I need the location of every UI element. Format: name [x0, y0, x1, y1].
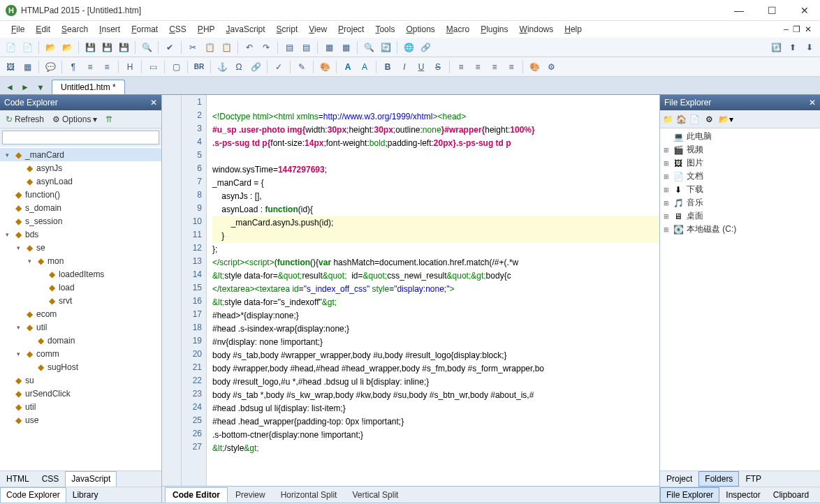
refresh-button[interactable]: ↻ Refresh — [3, 113, 47, 126]
fe-settings-button[interactable]: ⚙ — [705, 114, 713, 124]
ce-tab-code-explorer[interactable]: Code Explorer — [0, 487, 66, 503]
tree-item-util[interactable]: ▾◆util — [0, 320, 161, 334]
cut-button[interactable]: ✂ — [185, 40, 200, 55]
wrap-button[interactable]: ▦ — [338, 40, 353, 55]
file-item[interactable]: ⊞⬇下载 — [660, 183, 820, 196]
lang-tab-css[interactable]: CSS — [36, 471, 66, 487]
maximize-button[interactable]: ☐ — [762, 3, 782, 17]
lang-tab-javascript[interactable]: JavaScript — [65, 471, 117, 487]
menu-edit[interactable]: Edit — [30, 23, 56, 36]
file-item[interactable]: ⊞🖼图片 — [660, 156, 820, 170]
file-tree[interactable]: 💻此电脑⊞🎬视频⊞🖼图片⊞📄文档⊞⬇下载⊞🎵音乐⊞🖥桌面⊞💽本地磁盘 (C:) — [660, 128, 820, 470]
outdent-button[interactable]: ▤ — [298, 40, 314, 55]
format-button[interactable]: ✎ — [294, 59, 309, 75]
sync-button[interactable]: 🔃 — [768, 40, 784, 55]
tree-item-su[interactable]: ◆su — [0, 373, 161, 387]
tree-item-util[interactable]: ◆util — [0, 400, 161, 413]
line-number-gutter[interactable]: 1234567891011121314151617181920212223242… — [182, 95, 207, 486]
fe-tab-ftp[interactable]: FTP — [739, 471, 768, 487]
tree-item-sughost[interactable]: ◆sugHost — [0, 360, 161, 373]
editor-tab-preview[interactable]: Preview — [228, 487, 273, 503]
file-item[interactable]: ⊞💽本地磁盘 (C:) — [660, 223, 820, 236]
ce-tab-library[interactable]: Library — [66, 487, 105, 503]
file-item[interactable]: ⊞🖥桌面 — [660, 209, 820, 223]
tree-item-use[interactable]: ◆use — [0, 413, 161, 427]
fe-view-button[interactable]: 📂▾ — [719, 114, 733, 124]
copy-button[interactable]: 📋 — [202, 40, 217, 55]
fe-tab-inspector[interactable]: Inspector — [719, 487, 766, 503]
fe-new-button[interactable]: 📄 — [689, 114, 700, 124]
fe-home-button[interactable]: 🏠 — [676, 114, 687, 124]
menu-windows[interactable]: Windows — [514, 23, 559, 36]
fe-tab-project[interactable]: Project — [660, 471, 698, 487]
nav-menu-button[interactable]: ▾ — [34, 80, 47, 94]
search-button[interactable]: 🔍 — [139, 40, 154, 55]
menu-tools[interactable]: Tools — [369, 23, 400, 36]
menu-help[interactable]: Help — [559, 23, 587, 36]
tree-item-loadeditems[interactable]: ◆loadedItems — [0, 267, 161, 281]
menu-format[interactable]: Format — [126, 23, 163, 36]
upload-button[interactable]: ⬆ — [785, 40, 800, 55]
indent-button[interactable]: ▤ — [281, 40, 297, 55]
replace-button[interactable]: 🔄 — [378, 40, 393, 55]
tree-item-sdomain[interactable]: ◆s_domain — [0, 201, 161, 214]
paragraph-button[interactable]: ¶ — [66, 59, 81, 75]
menu-css[interactable]: CSS — [163, 23, 192, 36]
redo-button[interactable]: ↷ — [258, 40, 274, 55]
omega-button[interactable]: Ω — [231, 59, 247, 75]
menu-search[interactable]: Search — [56, 23, 94, 36]
file-item[interactable]: ⊞📄文档 — [660, 170, 820, 183]
file-item[interactable]: ⊞🎵音乐 — [660, 196, 820, 209]
file-explorer-close-icon[interactable]: ✕ — [809, 98, 816, 108]
menu-insert[interactable]: Insert — [94, 23, 126, 36]
open-button[interactable]: 📂 — [43, 40, 58, 55]
color-button[interactable]: 🎨 — [317, 59, 332, 75]
font-button[interactable]: A — [340, 59, 356, 75]
tree-item-bds[interactable]: ▾◆bds — [0, 228, 161, 241]
menu-plugins[interactable]: Plugins — [475, 23, 513, 36]
italic-button[interactable]: I — [397, 59, 412, 75]
nav-forward-button[interactable]: ► — [18, 80, 32, 94]
tree-item-ecom[interactable]: ◆ecom — [0, 307, 161, 320]
download-button[interactable]: ⬇ — [802, 40, 817, 55]
code-explorer-close-icon[interactable]: ✕ — [150, 98, 157, 108]
paste-button[interactable]: 📋 — [219, 40, 234, 55]
tree-item-function[interactable]: ◆function() — [0, 188, 161, 201]
browser-button[interactable]: 🌐 — [401, 40, 416, 55]
script-button[interactable]: ⚙ — [543, 59, 559, 75]
list-ol-button[interactable]: ≡ — [99, 59, 115, 75]
menu-view[interactable]: View — [303, 23, 332, 36]
document-tab[interactable]: Untitled1.htm * — [52, 80, 125, 94]
minimize-button[interactable]: — — [729, 3, 749, 17]
fe-tab-folders[interactable]: Folders — [698, 471, 739, 487]
align-left-button[interactable]: ≡ — [453, 59, 469, 75]
menu-script[interactable]: Script — [271, 23, 304, 36]
comment-button[interactable]: 💬 — [43, 59, 58, 75]
validate-button[interactable]: ✓ — [271, 59, 286, 75]
open-recent-button[interactable]: 📂 — [59, 40, 75, 55]
font2-button[interactable]: A — [357, 59, 372, 75]
menu-file[interactable]: File — [6, 23, 30, 36]
list-ul-button[interactable]: ≡ — [82, 59, 98, 75]
tree-item-mancard[interactable]: ▾◆_manCard — [0, 148, 161, 161]
menu-javascript[interactable]: JavaScript — [221, 23, 271, 36]
mdi-restore-icon[interactable]: ❐ — [793, 24, 800, 34]
code-explorer-tree[interactable]: ▾◆_manCard◆asynJs◆asynLoad◆function()◆s_… — [0, 147, 161, 470]
fe-tab-file-explorer[interactable]: File Explorer — [660, 487, 719, 503]
image-button[interactable]: 🖼 — [3, 59, 18, 75]
tree-item-ursendclick[interactable]: ◆urSendClick — [0, 387, 161, 400]
h-button[interactable]: H — [122, 59, 138, 75]
css-button[interactable]: 🎨 — [527, 59, 542, 75]
bold-button[interactable]: B — [380, 59, 395, 75]
save-all-button[interactable]: 💾 — [99, 40, 115, 55]
tree-item-srvt[interactable]: ◆srvt — [0, 294, 161, 307]
align-right-button[interactable]: ≡ — [487, 59, 502, 75]
table-button[interactable]: ▦ — [20, 59, 35, 75]
form-button[interactable]: ▢ — [168, 59, 184, 75]
collapse-button[interactable]: ⇈ — [103, 113, 115, 126]
tree-item-mon[interactable]: ▾◆mon — [0, 254, 161, 267]
menu-php[interactable]: PHP — [192, 23, 221, 36]
options-button[interactable]: ⚙ Options ▾ — [50, 113, 100, 126]
mdi-close-icon[interactable]: ✕ — [805, 24, 812, 34]
code-editor[interactable]: <!Doctype html><html xmlns=http://www.w3… — [207, 95, 659, 486]
